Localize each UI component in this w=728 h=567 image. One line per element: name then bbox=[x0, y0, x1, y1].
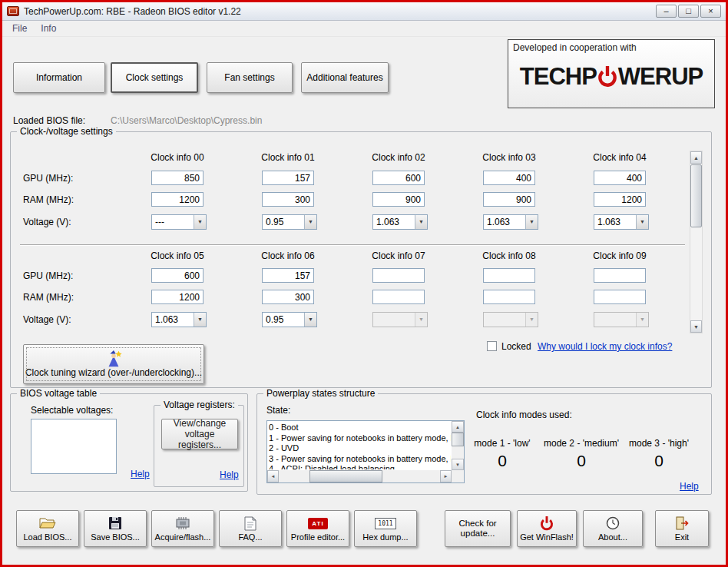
scrollbar-thumb[interactable] bbox=[452, 433, 464, 446]
tab-information[interactable]: Information bbox=[13, 62, 105, 93]
save-bios-button[interactable]: Save BIOS... bbox=[84, 510, 147, 547]
acquire-flash-button[interactable]: Acquire/flash... bbox=[151, 510, 214, 547]
voltage-select-09: ▼ bbox=[594, 312, 649, 327]
ram-mhz-input-02[interactable] bbox=[372, 192, 425, 207]
voltage-select-05[interactable]: 1.063▼ bbox=[151, 312, 207, 327]
ram-mhz-input-01[interactable] bbox=[262, 192, 314, 207]
clock-group-title: Clock-/voltage settings bbox=[17, 126, 116, 137]
state-list-item[interactable]: 3 - Power saving for notebooks in batter… bbox=[269, 454, 451, 465]
gpu-mhz-input-01[interactable] bbox=[262, 171, 314, 185]
get-winflash-button[interactable]: Get WinFlash! bbox=[517, 510, 577, 547]
scrollbar-thumb[interactable] bbox=[309, 470, 382, 482]
check-for-update-button[interactable]: Check for update... bbox=[445, 510, 511, 547]
powerplay-help-link[interactable]: Help bbox=[680, 481, 699, 492]
state-list-item[interactable]: 0 - Boot bbox=[269, 423, 451, 433]
horizontal-scrollbar[interactable]: ◄ ► bbox=[267, 470, 452, 482]
ram-mhz-input-09[interactable] bbox=[594, 290, 646, 304]
gpu-mhz-input-03[interactable] bbox=[483, 171, 535, 185]
voltage-select-02[interactable]: 1.063▼ bbox=[372, 214, 428, 230]
load-bios-button[interactable]: Load BIOS... bbox=[16, 510, 79, 547]
state-list-item[interactable]: 2 - UVD bbox=[269, 443, 451, 454]
profile-editor-button[interactable]: ATI Profile editor... bbox=[286, 510, 349, 547]
clock-info-header-01: Clock info 01 bbox=[250, 152, 326, 163]
voltage-select-01[interactable]: 0.95▼ bbox=[262, 214, 317, 230]
voltage-select-00[interactable]: ---▼ bbox=[151, 214, 207, 230]
voltage-select-03[interactable]: 1.063▼ bbox=[483, 214, 538, 230]
ram-mhz-input-04[interactable] bbox=[594, 192, 646, 207]
exit-button[interactable]: Exit bbox=[655, 510, 709, 547]
state-list-items: 0 - Boot 1 - Power saving for notebooks … bbox=[269, 423, 451, 469]
gpu-mhz-input-07[interactable] bbox=[372, 268, 425, 283]
voltage-select-08: ▼ bbox=[483, 312, 538, 327]
minimize-icon[interactable]: – bbox=[656, 5, 677, 18]
voltage-select-07: ▼ bbox=[372, 312, 428, 327]
vertical-scrollbar[interactable]: ▲ ▼ bbox=[452, 421, 464, 470]
faq-button[interactable]: FAQ... bbox=[219, 510, 282, 547]
scroll-up-icon[interactable]: ▲ bbox=[452, 421, 464, 433]
scroll-down-icon[interactable]: ▼ bbox=[452, 459, 464, 470]
hex-dump-button[interactable]: 1011 Hex dump... bbox=[354, 510, 417, 547]
maximize-icon[interactable]: □ bbox=[678, 5, 699, 18]
voltage-table-title: BIOS voltage table bbox=[17, 388, 100, 399]
menu-file[interactable]: File bbox=[5, 22, 34, 35]
view-change-voltage-registers-button[interactable]: View/change voltage registers... bbox=[161, 419, 238, 449]
gpu-mhz-input-05[interactable] bbox=[151, 268, 204, 283]
scroll-right-icon[interactable]: ► bbox=[440, 470, 452, 482]
scrollbar-thumb[interactable] bbox=[690, 164, 702, 227]
button-label: FAQ... bbox=[238, 532, 262, 542]
mode-2-label: mode 2 - 'medium' bbox=[540, 438, 623, 449]
gpu-mhz-input-08[interactable] bbox=[483, 268, 535, 283]
voltage-select-04[interactable]: 1.063▼ bbox=[594, 214, 649, 230]
selectable-voltages-list[interactable] bbox=[31, 419, 117, 474]
button-label: Save BIOS... bbox=[91, 532, 140, 542]
gpu-mhz-input-06[interactable] bbox=[262, 268, 314, 283]
clock-scrollbar[interactable]: ▲ ▼ bbox=[690, 151, 703, 333]
powerplay-state-list[interactable]: 0 - Boot 1 - Power saving for notebooks … bbox=[266, 420, 465, 483]
gpu-mhz-input-00[interactable] bbox=[151, 171, 204, 185]
tab-additional-features[interactable]: Additional features bbox=[301, 62, 389, 93]
power-icon bbox=[540, 516, 554, 531]
clock-info-header-06: Clock info 06 bbox=[250, 250, 326, 261]
gpu-mhz-input-04[interactable] bbox=[594, 171, 646, 185]
scroll-down-icon[interactable]: ▼ bbox=[690, 320, 702, 333]
powerplay-title: Powerplay states structure bbox=[263, 388, 378, 399]
voltage-select-06[interactable]: 0.95▼ bbox=[262, 312, 317, 327]
document-icon bbox=[244, 516, 256, 531]
state-list-item[interactable]: 4 - ACPI: Disabled load balancing bbox=[269, 464, 451, 469]
row-label-gpu: GPU (MHz): bbox=[23, 173, 73, 184]
voltage-table-help-link[interactable]: Help bbox=[131, 469, 150, 479]
ram-mhz-input-06[interactable] bbox=[262, 290, 314, 304]
state-list-item[interactable]: 1 - Power saving for notebooks in batter… bbox=[269, 433, 451, 444]
wizard-icon bbox=[104, 351, 123, 366]
ram-mhz-input-08[interactable] bbox=[483, 290, 535, 304]
ati-logo-icon: ATI bbox=[308, 516, 327, 531]
about-button[interactable]: About... bbox=[583, 510, 643, 547]
app-window: TechPowerUp.com: RBE - Radeon BIOS edito… bbox=[0, 0, 728, 567]
ram-mhz-input-00[interactable] bbox=[151, 192, 204, 207]
app-icon bbox=[7, 6, 19, 16]
powerplay-group: Powerplay states structure State: 0 - Bo… bbox=[256, 393, 712, 495]
clock-info-header-09: Clock info 09 bbox=[581, 250, 658, 261]
gpu-mhz-input-02[interactable] bbox=[372, 171, 425, 185]
scroll-up-icon[interactable]: ▲ bbox=[690, 151, 702, 164]
ram-mhz-input-07[interactable] bbox=[372, 290, 425, 304]
close-icon[interactable]: × bbox=[700, 5, 721, 18]
titlebar: TechPowerUp.com: RBE - Radeon BIOS edito… bbox=[2, 2, 726, 21]
open-folder-icon bbox=[39, 516, 56, 531]
ram-mhz-input-03[interactable] bbox=[483, 192, 535, 207]
tab-clock-settings[interactable]: Clock settings bbox=[111, 62, 198, 93]
locked-checkbox[interactable] bbox=[487, 341, 497, 351]
lock-info-link[interactable]: Why would I lock my clock infos? bbox=[538, 341, 672, 352]
voltage-registers-title: Voltage registers: bbox=[160, 400, 238, 410]
divider bbox=[20, 244, 685, 246]
scroll-left-icon[interactable]: ◄ bbox=[267, 470, 279, 482]
clock-tuning-wizard-button[interactable]: Clock tuning wizard (over-/underclocking… bbox=[23, 344, 204, 384]
bios-file-label: Loaded BIOS file: bbox=[13, 115, 85, 126]
mode-1-label: mode 1 - 'low' bbox=[469, 438, 535, 449]
chevron-down-icon: ▼ bbox=[525, 313, 538, 327]
gpu-mhz-input-09[interactable] bbox=[594, 268, 646, 283]
ram-mhz-input-05[interactable] bbox=[151, 290, 204, 304]
voltage-registers-help-link[interactable]: Help bbox=[220, 469, 239, 480]
menu-info[interactable]: Info bbox=[34, 22, 63, 35]
tab-fan-settings[interactable]: Fan settings bbox=[207, 62, 293, 93]
